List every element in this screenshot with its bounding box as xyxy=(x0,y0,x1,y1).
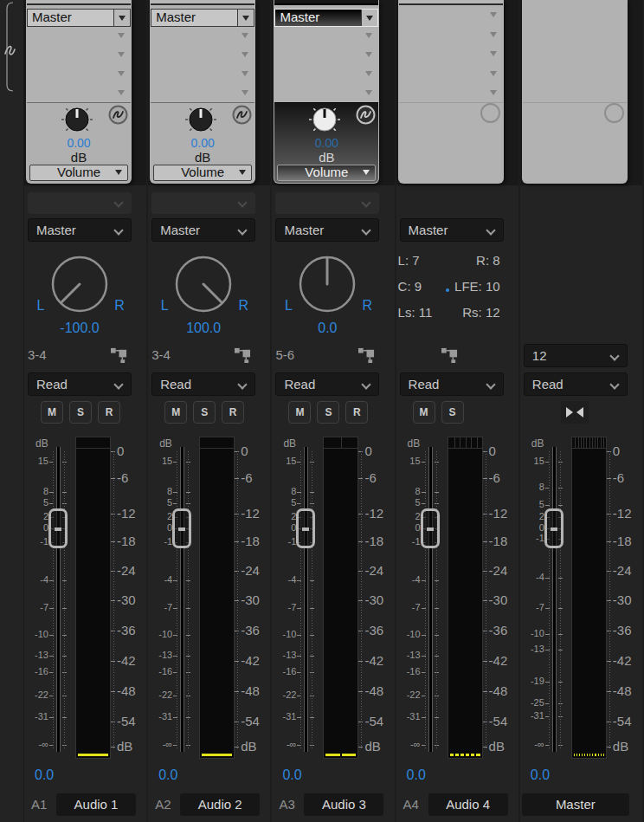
effect-bypass-button[interactable] xyxy=(356,105,376,125)
meter-clip-indicator-area[interactable] xyxy=(448,437,482,449)
meter-clip-indicator-area[interactable] xyxy=(572,437,606,449)
pan-knob[interactable] xyxy=(45,249,114,319)
pan-value[interactable]: 100.0 xyxy=(151,320,255,336)
input-dropdown[interactable] xyxy=(28,192,132,214)
record-arm-button[interactable]: R xyxy=(98,401,120,424)
automation-mode-dropdown[interactable]: Read xyxy=(275,372,379,396)
fader-value[interactable]: 0.0 xyxy=(158,767,177,783)
track-output-dropdown[interactable]: Master xyxy=(151,218,255,242)
send-assign-dropdown[interactable]: Master xyxy=(27,9,131,27)
send-slot-arrow-icon[interactable] xyxy=(490,71,497,76)
channel-routing-icon[interactable] xyxy=(235,346,251,363)
send-knob-value[interactable]: 0.00 xyxy=(274,136,378,150)
mute-button[interactable]: M xyxy=(41,401,63,424)
send-slot-arrow-icon[interactable] xyxy=(118,90,125,95)
solo-button[interactable]: S xyxy=(193,401,216,424)
automation-mode-dropdown[interactable]: Read xyxy=(151,372,255,396)
input-dropdown[interactable] xyxy=(151,192,255,214)
solo-button[interactable]: S xyxy=(317,401,339,424)
fader-track[interactable] xyxy=(552,447,557,752)
dropdown-arrow-icon[interactable] xyxy=(237,10,254,26)
pan-value[interactable]: -100.0 xyxy=(28,320,132,336)
send-slot-arrow-icon[interactable] xyxy=(365,33,372,38)
track-name-box[interactable]: Audio 4 xyxy=(428,793,508,816)
track-name-box[interactable]: Master xyxy=(522,793,629,816)
send-knob-value[interactable]: 0.00 xyxy=(27,136,131,150)
channel-routing-icon[interactable] xyxy=(358,346,375,363)
automation-mode-dropdown[interactable]: Read xyxy=(400,372,504,396)
send-parameter-dropdown[interactable]: Volume xyxy=(277,165,376,181)
track-name-box[interactable]: Audio 3 xyxy=(304,793,383,816)
send-slot-arrow-icon[interactable] xyxy=(490,51,497,56)
mute-button[interactable]: M xyxy=(413,401,435,424)
fader-track[interactable] xyxy=(304,447,308,752)
meter-clip-indicator-area[interactable] xyxy=(76,437,110,449)
send-slot-arrow-icon[interactable] xyxy=(365,90,372,95)
fader-handle[interactable] xyxy=(544,508,564,548)
track-output-dropdown[interactable]: Master xyxy=(275,218,379,242)
fader-value[interactable]: 0.0 xyxy=(407,767,426,783)
send-slot-arrow-icon[interactable] xyxy=(242,52,248,57)
fader-handle[interactable] xyxy=(296,508,315,548)
mute-button[interactable]: M xyxy=(288,401,311,424)
output-channel-dropdown[interactable]: 12 xyxy=(524,344,628,367)
fader-value[interactable]: 0.0 xyxy=(282,767,301,783)
mute-button[interactable]: M xyxy=(164,401,187,424)
effect-bypass-button[interactable] xyxy=(232,105,252,125)
track-output-dropdown[interactable]: Master xyxy=(400,218,504,242)
send-parameter-dropdown[interactable]: Volume xyxy=(153,165,252,181)
solo-button[interactable]: S xyxy=(441,401,464,424)
track-output-dropdown[interactable]: Master xyxy=(28,218,132,242)
automation-mode-dropdown[interactable]: Read xyxy=(524,372,628,396)
fader-handle[interactable] xyxy=(421,508,440,548)
solo-button[interactable]: S xyxy=(69,401,92,424)
send-slot-arrow-icon[interactable] xyxy=(490,12,497,17)
send-slot-arrow-icon[interactable] xyxy=(490,90,497,95)
dropdown-arrow-icon[interactable] xyxy=(361,10,377,26)
pan-knob[interactable] xyxy=(293,249,362,319)
channel-routing-icon[interactable] xyxy=(111,346,127,363)
fader-track[interactable] xyxy=(428,447,433,752)
send-slot-arrow-icon[interactable] xyxy=(118,71,125,76)
meter-clip-indicator-area[interactable] xyxy=(324,437,357,449)
meter-channel-divider xyxy=(575,437,576,448)
channel-routing-icon[interactable] xyxy=(441,346,458,363)
fader-handle[interactable] xyxy=(172,508,191,548)
downmix-monitor-button[interactable] xyxy=(561,401,589,424)
strips: Master 0.00 xyxy=(24,0,644,822)
track-name-box[interactable]: Audio 1 xyxy=(56,793,136,816)
automation-mode-dropdown[interactable]: Read xyxy=(28,372,132,396)
meter-signal-dash xyxy=(587,754,588,756)
pan-knob[interactable] xyxy=(169,249,238,319)
pan-value[interactable]: 0.0 xyxy=(275,320,379,336)
meter-clip-indicator-area[interactable] xyxy=(200,437,234,449)
send-slot-arrow-icon[interactable] xyxy=(242,33,248,38)
volume-knob[interactable] xyxy=(55,104,99,137)
fader-handle[interactable] xyxy=(48,508,68,548)
volume-knob[interactable] xyxy=(303,104,346,137)
fader-scale-label: -16 xyxy=(24,666,48,676)
send-slot-arrow-icon[interactable] xyxy=(242,90,248,95)
track-name-box[interactable]: Audio 2 xyxy=(180,793,260,816)
input-dropdown[interactable] xyxy=(275,192,379,214)
send-slot-arrow-icon[interactable] xyxy=(365,52,372,57)
send-slot-arrow-icon[interactable] xyxy=(490,32,497,37)
send-slot-arrow-icon[interactable] xyxy=(118,52,125,57)
dropdown-arrow-icon[interactable] xyxy=(113,10,130,26)
fader-track[interactable] xyxy=(180,447,184,752)
volume-knob[interactable] xyxy=(179,104,222,137)
send-slot-arrow-icon[interactable] xyxy=(365,71,372,76)
send-knob-value[interactable]: 0.00 xyxy=(151,136,254,150)
fader-value[interactable]: 0.0 xyxy=(35,767,54,783)
send-slot-arrow-icon[interactable] xyxy=(118,33,125,38)
record-arm-button[interactable]: R xyxy=(222,401,244,424)
record-arm-button[interactable]: R xyxy=(345,401,368,424)
fader-track[interactable] xyxy=(56,447,61,752)
send-assign-dropdown[interactable]: Master xyxy=(151,9,254,27)
effect-bypass-button[interactable] xyxy=(108,105,128,125)
fader-scale-label: 5 xyxy=(520,499,544,509)
fader-value[interactable]: 0.0 xyxy=(531,767,550,783)
send-assign-dropdown[interactable]: Master xyxy=(274,9,378,27)
send-slot-arrow-icon[interactable] xyxy=(242,71,248,76)
send-parameter-dropdown[interactable]: Volume xyxy=(29,165,128,181)
